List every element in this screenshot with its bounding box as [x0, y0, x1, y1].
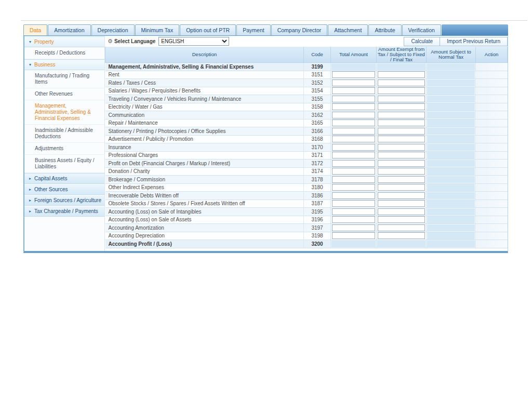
calculate-button[interactable]: Calculate [404, 37, 440, 46]
sidebar-item-receipts-deductions[interactable]: Receipts / Deductions [24, 47, 104, 59]
amount-exempt-input-3168[interactable] [378, 136, 425, 142]
total-amount-input-3171[interactable] [332, 152, 375, 158]
total-amount-input-3172[interactable] [332, 160, 375, 167]
table-row: Accounting (Loss) on Sale of Intangibles… [105, 208, 508, 216]
total-amount-input-3151[interactable] [332, 71, 375, 78]
amount-exempt-input-3172[interactable] [378, 160, 425, 167]
action-cell [476, 63, 508, 71]
sidebar-item-adjustments[interactable]: Adjustments [24, 143, 104, 155]
tab-data[interactable]: Data [23, 24, 47, 35]
sidebar-item-management-administrative-selling-financial-expenses[interactable]: Management, Administrative, Selling & Fi… [24, 100, 104, 125]
amount-exempt-input-3186[interactable] [378, 192, 425, 199]
total-amount-cell [331, 135, 377, 143]
amount-exempt-input-3178[interactable] [378, 176, 425, 183]
action-cell [476, 183, 508, 192]
amount-exempt-cell [377, 71, 427, 79]
amount-exempt-input-3174[interactable] [378, 168, 425, 175]
amount-exempt-input-3197[interactable] [378, 224, 425, 231]
amount-exempt-input-3170[interactable] [378, 144, 425, 151]
action-cell [476, 176, 508, 184]
sidebar-item-other-sources[interactable]: ▸Other Sources [24, 184, 104, 195]
amount-exempt-input-3154[interactable] [378, 87, 425, 94]
amount-exempt-cell [377, 192, 427, 200]
sidebar-item-business-assets-equity-liabilities[interactable]: Business Assets / Equity / Liabilities [24, 155, 104, 173]
sidebar-item-manufacturing-trading-items[interactable]: Manufacturing / Trading Items [24, 70, 104, 88]
amount-exempt-input-3152[interactable] [378, 79, 425, 86]
code-cell: 3199 [304, 63, 331, 71]
import-previous-return-button[interactable]: Import Previous Return [440, 37, 508, 46]
main-area: ⚙ Select Language ENGLISH Calculate Impo… [105, 36, 508, 251]
tab-payment[interactable]: Payment [236, 24, 270, 35]
tab-company-director[interactable]: Company Director [271, 24, 328, 35]
tab-option-out-of-ptr[interactable]: Option out of PTR [180, 24, 236, 35]
total-amount-input-3170[interactable] [332, 144, 375, 151]
amount-exempt-input-3155[interactable] [378, 96, 425, 102]
amount-exempt-cell [377, 79, 427, 87]
sidebar-item-property[interactable]: ▾Property [24, 36, 104, 47]
amount-exempt-input-3151[interactable] [378, 71, 425, 78]
amount-exempt-input-3187[interactable] [378, 200, 425, 207]
column-header-amount-subject-to-normal-tax: Amount Subject to Normal Tax [427, 47, 476, 63]
total-amount-input-3166[interactable] [332, 128, 375, 135]
description-cell: Insurance [105, 143, 304, 152]
amount-normal-tax-cell [427, 87, 476, 95]
sidebar-item-capital-assets[interactable]: ▸Capital Assets [24, 173, 104, 184]
description-cell: Advertisement / Publicity / Promotion [105, 135, 304, 143]
tab-depreciation[interactable]: Depreciation [91, 24, 135, 35]
total-amount-input-3168[interactable] [332, 136, 375, 142]
tab-amortization[interactable]: Amortization [48, 24, 90, 35]
amount-exempt-input-3195[interactable] [378, 208, 425, 215]
amount-exempt-input-3180[interactable] [378, 184, 425, 191]
amount-normal-tax-readonly [427, 216, 475, 223]
amount-normal-tax-readonly [427, 96, 475, 103]
total-amount-input-3180[interactable] [332, 184, 375, 191]
total-amount-input-3196[interactable] [332, 216, 375, 223]
total-amount-input-3197[interactable] [332, 224, 375, 231]
total-amount-input-3198[interactable] [332, 232, 375, 239]
description-cell: Communication [105, 111, 304, 120]
sidebar-item-business[interactable]: ▾Business [24, 59, 104, 70]
amount-exempt-input-3166[interactable] [378, 128, 425, 135]
total-amount-input-3178[interactable] [332, 176, 375, 183]
total-amount-input-3165[interactable] [332, 120, 375, 126]
total-amount-input-3158[interactable] [332, 103, 375, 110]
total-amount-input-3162[interactable] [332, 112, 375, 118]
chevron-down-icon: ▾ [29, 40, 31, 44]
amount-exempt-cell [377, 240, 427, 248]
amount-exempt-input-3165[interactable] [378, 120, 425, 126]
sidebar-item-tax-chargeable-payments[interactable]: ▸Tax Chargeable / Payments [24, 206, 104, 217]
amount-exempt-input-3162[interactable] [378, 112, 425, 118]
tab-attachment[interactable]: Attachment [328, 24, 368, 35]
total-amount-input-3195[interactable] [332, 208, 375, 215]
amount-exempt-input-3198[interactable] [378, 232, 425, 239]
amount-exempt-cell [377, 87, 427, 95]
description-cell: Brokerage / Commission [105, 176, 304, 184]
total-amount-input-3154[interactable] [332, 87, 375, 94]
total-amount-input-3155[interactable] [332, 96, 375, 102]
sidebar-group-label: Tax Chargeable / Payments [34, 208, 98, 214]
description-cell: Rent [105, 71, 304, 79]
sidebar-item-inadmissible-admissible-deductions[interactable]: Inadmissible / Admissible Deductions [24, 125, 104, 143]
language-select[interactable]: ENGLISH [158, 37, 229, 46]
amount-normal-tax-readonly [427, 128, 475, 135]
sidebar-item-foreign-sources-agriculture[interactable]: ▸Foreign Sources / Agriculture [24, 195, 104, 206]
tab-minimum-tax[interactable]: Minimum Tax [135, 24, 180, 35]
tab-attribute[interactable]: Attribute [368, 24, 401, 35]
amount-exempt-input-3158[interactable] [378, 103, 425, 110]
amount-normal-tax-readonly [427, 63, 475, 71]
description-cell: Obsolete Stocks / Stores / Spares / Fixe… [105, 200, 304, 208]
table-row: Accounting Amortization3197 [105, 224, 508, 232]
amount-normal-tax-cell [427, 103, 476, 111]
total-amount-input-3186[interactable] [332, 192, 375, 199]
sidebar-item-other-revenues[interactable]: Other Revenues [24, 88, 104, 100]
total-amount-input-3187[interactable] [332, 200, 375, 207]
action-cell [476, 224, 508, 232]
amount-exempt-input-3196[interactable] [378, 216, 425, 223]
table-row: Stationery / Printing / Photocopies / Of… [105, 127, 508, 136]
table-body: Management, Administrative, Selling & Fi… [105, 63, 508, 248]
table-row: Repair / Maintenance3165 [105, 119, 508, 127]
total-amount-input-3174[interactable] [332, 168, 375, 175]
amount-exempt-input-3171[interactable] [378, 152, 425, 158]
tab-verification[interactable]: Verification [402, 24, 441, 35]
total-amount-input-3152[interactable] [332, 79, 375, 86]
